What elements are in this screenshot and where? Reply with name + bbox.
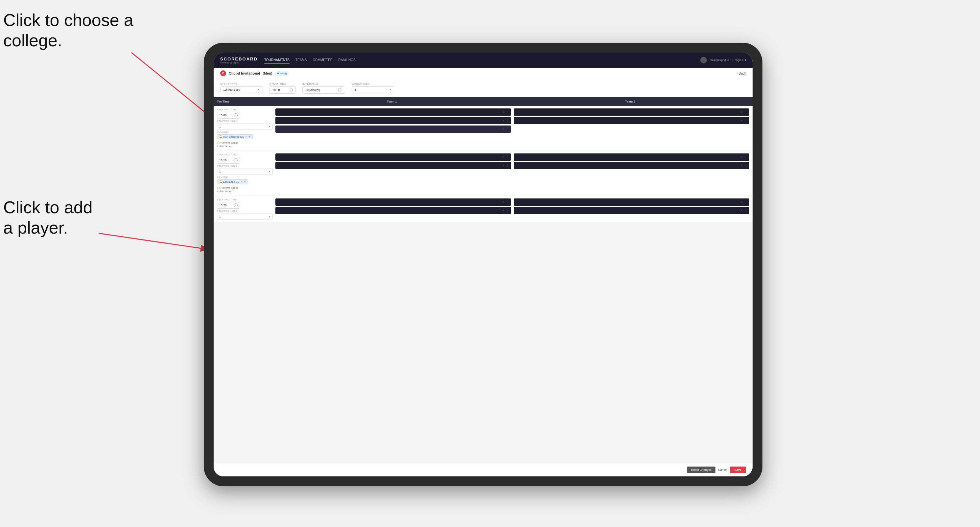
slot-expand-icon: ⋮ (745, 164, 747, 167)
starting-hole-label-1: STARTING HOLE: (217, 120, 273, 122)
starting-hole-value-1[interactable]: 1 ▼ (217, 124, 273, 129)
player-slot[interactable]: ✕ ⋮ (514, 198, 749, 206)
slot-expand-icon: ⋮ (506, 156, 509, 159)
nav-link-rankings[interactable]: RANKINGS (338, 57, 355, 64)
slot-x-icon: ✕ (740, 110, 743, 114)
slot-expand-icon: ⋮ (745, 200, 747, 204)
back-button[interactable]: ‹ Back (737, 71, 746, 75)
starting-time-value-2[interactable]: 10:10 i (217, 157, 240, 163)
slot-x-icon: ✕ (740, 200, 743, 204)
slot-x-icon: ✕ (502, 119, 505, 122)
course-remove-1[interactable]: ✕ (245, 135, 247, 138)
annotation-college-line2: college. (3, 31, 62, 50)
player-slot[interactable]: ✕ ⋮ (514, 207, 749, 214)
slot-x-icon: ✕ (502, 156, 505, 159)
hole-chevron-1: ▼ (268, 125, 270, 128)
player-slot[interactable]: ✕ ⋮ (514, 117, 749, 124)
player-slot[interactable]: ✕ ⋮ (275, 108, 511, 116)
slot-expand-icon: ⋮ (506, 127, 509, 131)
course-tag-1[interactable]: ⛳ (A) Peachtree GC ✕ ▼ (217, 134, 253, 139)
intervals-select[interactable]: 10 Minutes i (302, 86, 345, 94)
time-info-icon-1: i (234, 113, 238, 117)
nav-right: blair@clippd.io | Sign out (700, 57, 746, 63)
sign-out-link[interactable]: Sign out (735, 59, 746, 62)
tee-row: STARTING TIME: 10:10 i STARTING HOLE: 1 … (214, 151, 752, 196)
remove-icon-2: − (217, 187, 220, 189)
slot-x-icon: ✕ (740, 164, 743, 167)
annotation-college: Click to choose a college. (3, 10, 134, 51)
tablet-frame: SCOREBOARD Powered by clippd TOURNAMENTS… (204, 43, 762, 486)
add-group-link-1[interactable]: + Add Group (217, 145, 273, 148)
slot-expand-icon: ⋮ (745, 156, 747, 159)
slot-expand-icon: ⋮ (506, 110, 509, 114)
player-slot[interactable]: ✕ ⋮ (514, 162, 749, 169)
time-info-icon-2: i (234, 158, 238, 162)
add-icon-2: + (217, 190, 218, 193)
hole-chevron-3: ▼ (268, 216, 270, 218)
nav-bar: SCOREBOARD Powered by clippd TOURNAMENTS… (214, 52, 752, 68)
slot-expand-icon: ⋮ (745, 110, 747, 114)
nav-brand: SCOREBOARD Powered by clippd (220, 57, 258, 64)
brand-title: SCOREBOARD (220, 57, 258, 62)
nav-link-tournaments[interactable]: TOURNAMENTS (264, 57, 290, 64)
player-slot[interactable]: ✕ ⋮ (275, 198, 511, 206)
starting-time-value-1[interactable]: 10:00 i (217, 112, 240, 119)
save-button[interactable]: Save (730, 467, 746, 473)
slot-x-icon: ✕ (502, 209, 505, 212)
course-tag-2[interactable]: ⛳ East Lake GC ✕ ▼ (217, 179, 248, 184)
add-group-link-2[interactable]: + Add Group (217, 190, 273, 193)
team2-col-1: ✕ ⋮ ✕ ⋮ (514, 108, 749, 148)
start-time-label: Start Time (269, 83, 296, 86)
add-icon-1: + (217, 145, 218, 148)
slot-x-icon: ✕ (740, 156, 743, 159)
tee-row-2-left: STARTING TIME: 10:10 i STARTING HOLE: 1 … (217, 154, 273, 193)
player-slot[interactable]: ✕ ⋮ (275, 162, 511, 169)
tournament-title: C Clippd Invitational (Men) Hosting (220, 70, 288, 76)
course-remove-2[interactable]: ✕ (240, 180, 243, 183)
reset-changes-button[interactable]: Reset Changes (687, 467, 716, 473)
svg-line-3 (99, 233, 210, 250)
course-chevron-1: ▼ (248, 136, 251, 138)
slot-x-icon: ✕ (502, 164, 505, 167)
cancel-button[interactable]: Cancel (718, 468, 727, 471)
course-chevron-2: ▼ (244, 181, 246, 183)
remove-group-link-1[interactable]: − Remove Group (217, 141, 273, 144)
tablet-screen: SCOREBOARD Powered by clippd TOURNAMENTS… (214, 52, 752, 476)
remove-group-link-2[interactable]: − Remove Group (217, 186, 273, 189)
slot-expand-icon: ⋮ (506, 164, 509, 167)
th-tee-time: Tee Time (217, 100, 273, 103)
group-size-label: Group Size (352, 83, 395, 86)
team1-col-1: ✕ ⋮ ✕ ⋮ ✕ ⋮ (275, 108, 511, 148)
intervals-group: Intervals 10 Minutes i (302, 83, 345, 94)
slot-x-icon: ✕ (740, 209, 743, 212)
player-slot[interactable]: ✕ ⋮ (514, 108, 749, 116)
chevron-down-icon: ▼ (258, 89, 260, 91)
player-slot[interactable]: ✕ ⋮ (514, 154, 749, 161)
starting-hole-value-2[interactable]: 1 ▼ (217, 168, 273, 175)
nav-link-teams[interactable]: TEAMS (296, 57, 307, 64)
form-controls: Start Type 1st Tee Start ▼ Start Time 10… (214, 79, 752, 97)
player-slot[interactable]: ✕ ⋮ (275, 154, 511, 161)
slot-x-icon: ✕ (502, 127, 505, 131)
starting-hole-value-3[interactable]: 1 ▼ (217, 214, 273, 219)
info-icon-2: i (338, 88, 342, 92)
player-slot[interactable]: ✕ ⋮ (275, 125, 511, 133)
team2-col-3: ✕ ⋮ ✕ ⋮ (514, 198, 749, 219)
team2-col-2: ✕ ⋮ ✕ ⋮ (514, 154, 749, 193)
time-info-icon-3: i (234, 203, 238, 207)
sub-header: C Clippd Invitational (Men) Hosting ‹ Ba… (214, 68, 752, 79)
slot-expand-icon: ⋮ (506, 119, 509, 122)
group-size-select[interactable]: 3 ▼ (352, 86, 395, 93)
start-type-label: Start Type (220, 83, 263, 86)
tee-row-1-left: STARTING TIME: 10:00 i STARTING HOLE: 1 … (217, 108, 273, 148)
start-time-input[interactable]: 10:00 i (269, 86, 296, 94)
starting-time-value-3[interactable]: 10:20 i (217, 202, 240, 209)
arrow-player-svg (72, 224, 220, 273)
hole-chevron-2: ▼ (268, 170, 270, 173)
start-type-select[interactable]: 1st Tee Start ▼ (220, 86, 263, 93)
player-slot[interactable]: ✕ ⋮ (275, 207, 511, 214)
annotation-player: Click to add a player. (3, 197, 93, 238)
start-time-group: Start Time 10:00 i (269, 83, 296, 94)
player-slot[interactable]: ✕ ⋮ (275, 117, 511, 124)
nav-link-committee[interactable]: COMMITTEE (313, 57, 332, 64)
